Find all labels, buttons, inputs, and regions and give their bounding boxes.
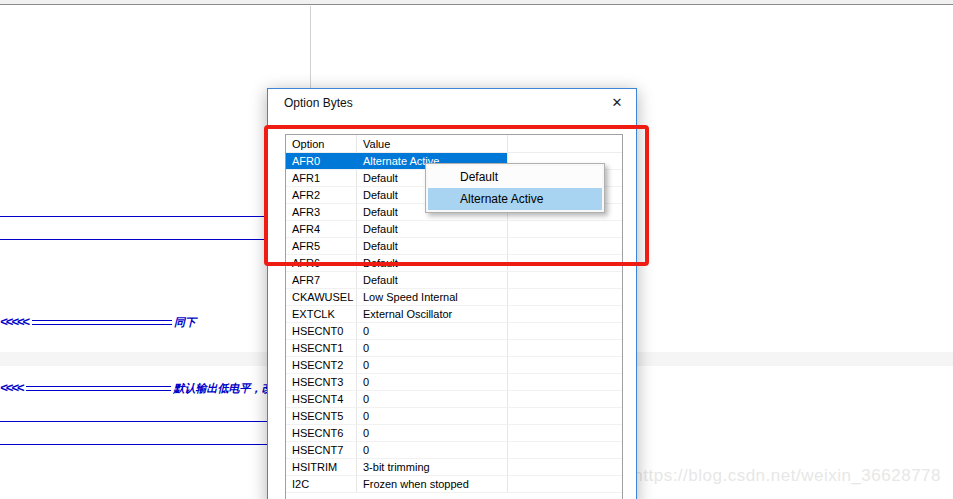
empty-cell [508,374,622,390]
annotation-label: 同下 [172,315,196,329]
schematic-line-3 [0,421,268,422]
chevron-arrows-icon: <<<< [0,381,26,395]
dialog-titlebar[interactable]: Option Bytes ✕ [268,89,636,116]
empty-cell [508,357,622,373]
table-row[interactable]: HSECNT1 0 [286,340,622,357]
empty-cell [508,272,622,288]
option-cell: HSECNT5 [286,408,357,424]
ink-annotation-same-as-below: <<<<< 同下 [0,315,196,329]
chevron-arrows-icon: <<<<< [0,315,32,329]
empty-cell [508,391,622,407]
annotation-leader-line [26,386,171,391]
table-row[interactable]: HSECNT3 0 [286,374,622,391]
value-cell: 0 [357,357,508,373]
option-cell: HSITRIM [286,459,357,475]
red-marker-rectangle [264,125,649,266]
option-cell: AFR7 [286,272,357,288]
table-row[interactable]: HSECNT7 0 [286,442,622,459]
value-cell: External Oscillator [357,306,508,322]
value-cell: 0 [357,340,508,356]
option-cell: I2C [286,476,357,492]
option-cell: HSECNT2 [286,357,357,373]
dialog-title: Option Bytes [268,96,353,110]
close-icon: ✕ [612,95,623,110]
empty-cell [508,340,622,356]
schematic-line-1 [0,216,268,217]
option-cell: HSECNT0 [286,323,357,339]
option-cell: HSECNT6 [286,425,357,441]
empty-cell [508,289,622,305]
value-cell: 3-bit trimming [357,459,508,475]
table-row[interactable]: I2C Frozen when stopped [286,476,622,493]
table-row[interactable]: AFR7 Default [286,272,622,289]
table-row[interactable]: HSECNT6 0 [286,425,622,442]
empty-cell [508,425,622,441]
value-cell: Default [357,272,508,288]
empty-cell [508,306,622,322]
table-row[interactable]: HSECNT0 0 [286,323,622,340]
table-row[interactable]: CKAWUSEL Low Speed Internal [286,289,622,306]
value-cell: 0 [357,374,508,390]
table-row[interactable]: HSECNT4 0 [286,391,622,408]
table-row[interactable]: HSECNT2 0 [286,357,622,374]
option-cell: CKAWUSEL [286,289,357,305]
close-button[interactable]: ✕ [600,89,634,116]
option-cell: HSECNT4 [286,391,357,407]
empty-cell [508,459,622,475]
value-cell: 0 [357,442,508,458]
value-cell: 0 [357,323,508,339]
schematic-line-2 [0,239,268,240]
ink-annotation-default-low-level: <<<< 默认输出低电平，改 [0,381,272,395]
value-cell: Frozen when stopped [357,476,508,492]
empty-cell [508,476,622,492]
empty-cell [508,442,622,458]
schematic-line-4 [0,444,268,445]
option-cell: HSECNT1 [286,340,357,356]
annotation-label: 默认输出低电平，改 [171,381,272,395]
option-cell: EXTCLK [286,306,357,322]
value-cell: 0 [357,425,508,441]
value-cell: 0 [357,408,508,424]
value-cell: 0 [357,391,508,407]
top-bar [0,0,953,5]
table-row[interactable]: EXTCLK External Oscillator [286,306,622,323]
empty-cell [508,408,622,424]
option-cell: HSECNT3 [286,374,357,390]
empty-cell [508,323,622,339]
annotation-leader-line [32,320,172,325]
watermark: https://blog.csdn.net/weixin_36628778 [633,466,941,486]
table-row[interactable]: HSITRIM 3-bit trimming [286,459,622,476]
option-cell: HSECNT7 [286,442,357,458]
value-cell: Low Speed Internal [357,289,508,305]
table-row[interactable]: HSECNT5 0 [286,408,622,425]
